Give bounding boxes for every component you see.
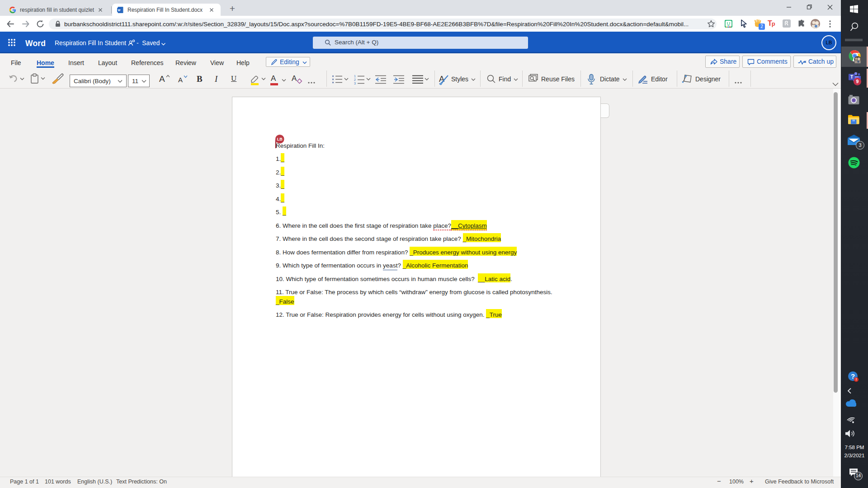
svg-text:W: W [118, 8, 121, 11]
svg-text:3: 3 [354, 82, 356, 85]
svg-text:LB: LB [277, 137, 283, 141]
svg-text:2: 2 [354, 78, 356, 81]
svg-text:T: T [850, 75, 853, 80]
svg-text:1: 1 [354, 75, 356, 78]
